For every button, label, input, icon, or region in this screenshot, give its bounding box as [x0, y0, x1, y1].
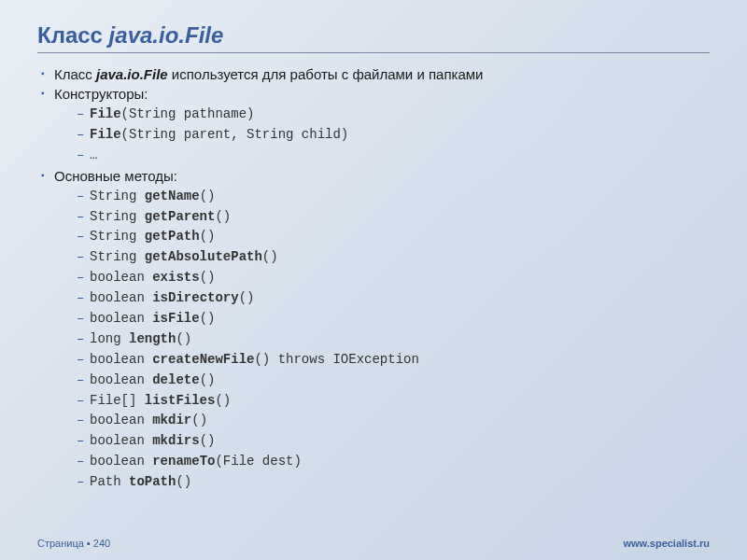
slide-title: Класс java.io.File: [37, 22, 710, 49]
method-return-type: boolean: [90, 352, 152, 367]
method-item: String getAbsolutePath(): [77, 248, 710, 266]
method-params: (): [239, 290, 255, 305]
intro-classname: java.io.File: [96, 66, 168, 82]
method-return-type: boolean: [90, 433, 152, 448]
method-params: (): [200, 229, 216, 244]
method-params: (): [215, 209, 231, 224]
content-list: Класс java.io.File используется для рабо…: [37, 66, 710, 491]
method-params: () throws IOException: [254, 352, 418, 367]
method-item: boolean isDirectory(): [77, 289, 710, 307]
bullet-intro: Класс java.io.File используется для рабо…: [41, 66, 710, 82]
ctor-signature: (String parent, String child): [121, 127, 349, 142]
constructors-list: File(String pathname)File(String parent,…: [54, 105, 710, 164]
method-return-type: String: [90, 229, 145, 244]
method-name: getAbsolutePath: [145, 249, 262, 264]
method-name: renameTo: [152, 454, 215, 469]
constructor-item: …: [77, 147, 710, 164]
footer: Страница ▪ 240 www.specialist.ru: [37, 538, 710, 549]
method-item: String getPath(): [77, 228, 710, 245]
method-item: String getName(): [77, 188, 710, 205]
method-name: mkdir: [152, 413, 191, 427]
method-item: boolean mkdirs(): [77, 432, 710, 450]
method-return-type: File[]: [90, 393, 145, 408]
method-name: toPath: [129, 474, 176, 489]
method-name: exists: [152, 270, 199, 285]
method-params: (): [200, 311, 216, 326]
method-name: delete: [152, 372, 199, 387]
page-number: Страница ▪ 240: [37, 538, 110, 549]
method-return-type: String: [90, 189, 145, 203]
method-return-type: Path: [90, 474, 129, 489]
method-params: (): [200, 270, 216, 285]
title-prefix: Класс: [37, 22, 109, 48]
method-params: (File dest): [215, 454, 301, 469]
method-return-type: boolean: [90, 270, 152, 285]
method-return-type: boolean: [90, 372, 152, 387]
method-name: isFile: [152, 311, 199, 326]
method-name: getName: [145, 189, 200, 203]
method-item: boolean mkdir(): [77, 412, 710, 429]
method-return-type: long: [90, 331, 129, 346]
constructor-item: File(String parent, String child): [77, 126, 710, 144]
ctor-signature: (String pathname): [121, 106, 255, 121]
method-return-type: boolean: [90, 454, 152, 469]
method-params: (): [191, 413, 207, 427]
method-item: long length(): [77, 330, 710, 348]
method-params: (): [262, 249, 278, 264]
method-return-type: boolean: [90, 311, 152, 326]
method-name: getPath: [145, 229, 200, 244]
method-name: getParent: [145, 209, 216, 224]
method-item: boolean renameTo(File dest): [77, 453, 710, 470]
method-return-type: boolean: [90, 413, 152, 427]
method-return-type: String: [90, 209, 145, 224]
methods-label: Основные методы:: [54, 168, 177, 184]
method-item: boolean isFile(): [77, 310, 710, 328]
methods-list: String getName()String getParent()String…: [54, 188, 710, 491]
intro-text-post: используется для работы с файлами и папк…: [168, 66, 484, 82]
ctor-name: File: [90, 127, 121, 142]
method-item: boolean delete(): [77, 371, 710, 389]
title-underline: [37, 52, 710, 53]
site-url: www.specialist.ru: [623, 538, 710, 549]
method-params: (): [200, 372, 216, 387]
method-name: isDirectory: [152, 290, 238, 305]
slide: Класс java.io.File Класс java.io.File ис…: [0, 0, 747, 560]
title-classname: java.io.File: [109, 22, 224, 48]
method-item: Path toPath(): [77, 473, 710, 491]
ctor-signature: …: [90, 147, 97, 162]
method-return-type: boolean: [90, 290, 152, 305]
method-return-type: String: [90, 249, 145, 264]
method-name: createNewFile: [152, 352, 254, 367]
method-params: (): [200, 433, 216, 448]
method-params: (): [176, 474, 191, 489]
ctor-name: File: [90, 106, 121, 121]
intro-text-pre: Класс: [54, 66, 96, 82]
method-params: (): [215, 393, 231, 408]
method-item: boolean createNewFile() throws IOExcepti…: [77, 351, 710, 369]
bullet-methods: Основные методы: String getName()String …: [41, 168, 710, 491]
method-name: length: [129, 331, 176, 346]
bullet-constructors: Конструкторы: File(String pathname)File(…: [41, 86, 710, 164]
constructors-label: Конструкторы:: [54, 86, 148, 102]
constructor-item: File(String pathname): [77, 105, 710, 123]
method-name: listFiles: [145, 393, 216, 408]
method-item: String getParent(): [77, 208, 710, 226]
method-params: (): [200, 189, 216, 203]
method-params: (): [176, 331, 191, 346]
method-item: boolean exists(): [77, 269, 710, 287]
method-name: mkdirs: [152, 433, 199, 448]
method-item: File[] listFiles(): [77, 392, 710, 410]
